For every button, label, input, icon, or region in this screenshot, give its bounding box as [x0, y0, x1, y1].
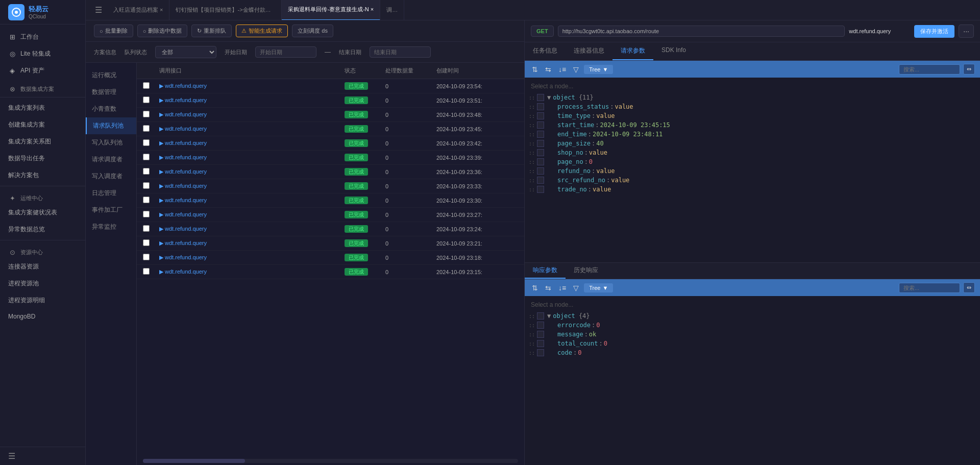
start-date-input[interactable]	[255, 46, 316, 58]
drag-handle-3[interactable]: ::	[529, 132, 535, 137]
tab-request-params[interactable]: 请求参数	[612, 42, 653, 60]
tab-connector-info[interactable]: 连接器信息	[566, 42, 612, 60]
json-search-input-request[interactable]	[899, 64, 960, 75]
drag-handle-7[interactable]: ::	[529, 168, 535, 174]
json-expand-btn-response[interactable]: ⇔	[963, 282, 975, 293]
tab-sdk-info[interactable]: SDK Info	[653, 42, 694, 60]
sidebar-expand-icon[interactable]: ☰	[8, 452, 15, 460]
sidebar-item-workbench[interactable]: ⊞ 工作台	[0, 29, 85, 45]
drag-handle-0[interactable]: ::	[529, 323, 535, 328]
sidebar-item-connector[interactable]: 连接器资源	[0, 258, 85, 275]
api-link-10[interactable]: ▶ wdt.refund.query	[159, 226, 345, 232]
queue-status-select[interactable]: 全部	[155, 46, 216, 58]
json-sort-asc-btn-resp[interactable]: ⇅	[530, 283, 540, 293]
row-checkbox-3[interactable]	[143, 125, 159, 133]
sidebar-item-mongodb[interactable]: MongoBD	[0, 309, 85, 324]
json-tree-btn-response[interactable]: Tree ▼	[584, 283, 613, 292]
resp-tab-params[interactable]: 响应参数	[525, 263, 566, 279]
nav-item-event-factory[interactable]: 事件加工厂	[86, 202, 136, 218]
resp-root-arrow[interactable]: ▼	[547, 312, 551, 320]
json-checkbox-2[interactable]	[537, 340, 544, 347]
api-link-8[interactable]: ▶ wdt.refund.query	[159, 197, 345, 204]
resp-drag-handle[interactable]: ::	[529, 313, 535, 319]
json-sort-desc-btn[interactable]: ⇆	[543, 64, 553, 75]
drag-handle-9[interactable]: ::	[529, 187, 535, 192]
nav-item-request-queue[interactable]: 请求队列池	[86, 117, 136, 134]
json-checkbox-8[interactable]	[537, 177, 544, 184]
schedule-btn[interactable]: 立刻调度 ds	[292, 25, 333, 37]
nav-item-xiao-qing[interactable]: 小青查数	[86, 101, 136, 117]
json-filter-sort-btn-resp[interactable]: ↓≡	[556, 283, 568, 293]
api-link-5[interactable]: ▶ wdt.refund.query	[159, 154, 345, 161]
json-checkbox-4[interactable]	[537, 140, 544, 147]
json-filter-btn-resp[interactable]: ▽	[571, 283, 581, 293]
api-link-11[interactable]: ▶ wdt.refund.query	[159, 240, 345, 247]
api-link-1[interactable]: ▶ wdt.refund.query	[159, 97, 345, 104]
row-checkbox-2[interactable]	[143, 111, 159, 118]
drag-handle-3[interactable]: ::	[529, 350, 535, 356]
row-checkbox-9[interactable]	[143, 211, 159, 218]
json-tree-btn-request[interactable]: Tree ▼	[584, 65, 613, 74]
json-filter-btn[interactable]: ▽	[571, 64, 581, 75]
tab-item-4[interactable]: 调…	[380, 0, 404, 20]
json-root-checkbox[interactable]	[537, 94, 544, 101]
json-checkbox-6[interactable]	[537, 158, 544, 165]
drag-handle-6[interactable]: ::	[529, 159, 535, 165]
row-checkbox-8[interactable]	[143, 197, 159, 204]
row-checkbox-13[interactable]	[143, 268, 159, 276]
nav-item-overview[interactable]: 运行概况	[86, 67, 136, 84]
api-link-7[interactable]: ▶ wdt.refund.query	[159, 183, 345, 189]
smart-gen-btn[interactable]: ⚠ 智能生成请求	[236, 25, 288, 37]
json-filter-sort-btn[interactable]: ↓≡	[556, 64, 568, 75]
api-link-9[interactable]: ▶ wdt.refund.query	[159, 211, 345, 218]
sidebar-item-abnormal[interactable]: 异常数据总览	[0, 221, 85, 238]
json-checkbox-9[interactable]	[537, 186, 544, 193]
row-checkbox-0[interactable]	[143, 82, 159, 90]
horizontal-scrollbar[interactable]	[143, 459, 518, 463]
json-sort-asc-btn[interactable]: ⇅	[530, 64, 540, 75]
json-sort-desc-btn-resp[interactable]: ⇆	[543, 283, 553, 293]
json-expand-btn-request[interactable]: ⇔	[963, 64, 975, 75]
sidebar-item-health[interactable]: 集成方案健状况表	[0, 204, 85, 221]
sidebar-item-data-export[interactable]: 数据导出任务	[0, 150, 85, 167]
row-checkbox-1[interactable]	[143, 96, 159, 104]
drag-handle-5[interactable]: ::	[529, 150, 535, 156]
re-queue-btn[interactable]: ↻ 重新排队	[191, 25, 232, 37]
nav-item-request-scheduler[interactable]: 请求调度者	[86, 151, 136, 168]
drag-handle-2[interactable]: ::	[529, 123, 535, 128]
api-link-0[interactable]: ▶ wdt.refund.query	[159, 83, 345, 89]
row-checkbox-10[interactable]	[143, 225, 159, 233]
json-checkbox-3[interactable]	[537, 131, 544, 138]
json-resp-root-checkbox[interactable]	[537, 312, 544, 320]
api-link-4[interactable]: ▶ wdt.refund.query	[159, 140, 345, 146]
api-link-3[interactable]: ▶ wdt.refund.query	[159, 126, 345, 132]
sidebar-item-lite[interactable]: ◎ Lite 轻集成	[0, 45, 85, 62]
drag-handle-2[interactable]: ::	[529, 341, 535, 347]
row-checkbox-6[interactable]	[143, 168, 159, 176]
drag-handle-1[interactable]: ::	[529, 113, 535, 119]
row-checkbox-11[interactable]	[143, 239, 159, 247]
row-checkbox-4[interactable]	[143, 139, 159, 147]
api-link-2[interactable]: ▶ wdt.refund.query	[159, 111, 345, 118]
nav-item-write-queue[interactable]: 写入队列池	[86, 134, 136, 151]
sidebar-item-solution-pkg[interactable]: 解决方案包	[0, 167, 85, 184]
drag-handle-8[interactable]: ::	[529, 178, 535, 183]
sidebar-item-process-pool[interactable]: 进程资源池	[0, 275, 85, 292]
sidebar-item-solution-list[interactable]: 集成方案列表	[0, 100, 85, 116]
json-checkbox-0[interactable]	[537, 103, 544, 110]
sidebar-item-solution-map[interactable]: 集成方案关系图	[0, 133, 85, 150]
json-search-input-response[interactable]	[899, 283, 960, 293]
root-arrow[interactable]: ▼	[547, 94, 551, 101]
json-checkbox-0[interactable]	[537, 322, 544, 329]
api-link-6[interactable]: ▶ wdt.refund.query	[159, 168, 345, 175]
drag-handle-4[interactable]: ::	[529, 141, 535, 146]
sidebar-item-api[interactable]: ◈ API 资产	[0, 62, 85, 79]
api-link-13[interactable]: ▶ wdt.refund.query	[159, 268, 345, 275]
nav-item-write-scheduler[interactable]: 写入调度者	[86, 168, 136, 185]
json-checkbox-7[interactable]	[537, 167, 544, 175]
tab-menu-icon[interactable]: ☰	[90, 5, 107, 15]
json-checkbox-2[interactable]	[537, 121, 544, 129]
end-date-input[interactable]	[370, 46, 431, 58]
nav-item-abnormal-monitor[interactable]: 异常监控	[86, 218, 136, 235]
nav-item-data-mgmt[interactable]: 数据管理	[86, 84, 136, 101]
